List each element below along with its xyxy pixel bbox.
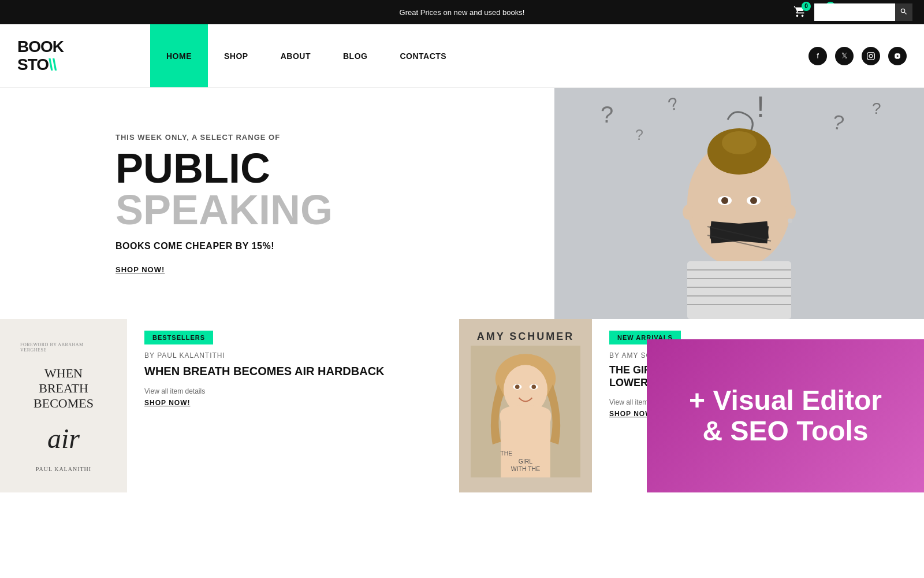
announcement-text: Great Prices on new and used books! <box>400 8 525 17</box>
nav-contacts[interactable]: CONTACTS <box>383 24 463 87</box>
svg-point-13 <box>721 197 728 204</box>
cart-badge: 0 <box>802 2 811 11</box>
hero-section: THIS WEEK ONLY, A SELECT RANGE OF PUBLIC… <box>0 88 924 319</box>
hero-title-line1: PUBLIC <box>116 147 333 189</box>
nav-blog[interactable]: BLOG <box>327 24 383 87</box>
svg-text:!: ! <box>757 91 765 123</box>
svg-text:?: ? <box>601 102 613 127</box>
svg-text:THE: THE <box>500 450 512 457</box>
svg-point-25 <box>683 205 694 220</box>
amy-name: AMY SCHUMER <box>459 331 592 343</box>
product1-view-link[interactable]: View all item details <box>144 387 442 395</box>
youtube-icon[interactable] <box>888 47 907 65</box>
logo-accent: \\ <box>49 55 57 73</box>
search-input[interactable] <box>814 3 895 21</box>
svg-text:WITH THE: WITH THE <box>511 466 540 472</box>
svg-point-10 <box>722 131 757 154</box>
amy-image-svg: THE GIRL WITH THE <box>471 342 580 481</box>
svg-text:?: ? <box>635 127 643 143</box>
svg-point-34 <box>531 384 536 389</box>
product1-shop-link[interactable]: SHOP NOW! <box>144 399 442 407</box>
hero-cta-link[interactable]: SHOP NOW! <box>116 265 165 274</box>
search-button[interactable] <box>895 3 912 21</box>
main-nav: HOME SHOP ABOUT BLOG CONTACTS <box>150 24 463 87</box>
twitter-icon[interactable]: 𝕏 <box>835 47 854 65</box>
logo[interactable]: BOOK STO\\ <box>17 38 64 74</box>
promo-text-area: + Visual Editor & SEO Tools <box>689 386 882 447</box>
svg-point-26 <box>784 205 796 220</box>
hero-text: THIS WEEK ONLY, A SELECT RANGE OF PUBLIC… <box>0 110 367 298</box>
logo-area: BOOK STO\\ <box>0 38 150 74</box>
logo-sto: STO <box>17 55 49 73</box>
hero-title-line2: SPEAKING <box>116 189 333 231</box>
search-area <box>814 3 912 21</box>
social-icons: f 𝕏 <box>808 47 924 65</box>
book-cover-when-breath: FOREWORD BY ABRAHAM VERGHESE WHEN BREATH… <box>12 331 116 481</box>
bestsellers-card: BESTSELLERS BY PAUL KALANTITHI WHEN BREA… <box>127 319 459 492</box>
product1-title: WHEN BREATH BECOMES AIR HARDBACK <box>144 364 442 378</box>
svg-point-33 <box>515 384 520 389</box>
svg-text:?: ? <box>872 99 881 117</box>
bestsellers-badge: BESTSELLERS <box>144 331 213 344</box>
facebook-icon[interactable]: f <box>808 47 827 65</box>
svg-text:GIRL: GIRL <box>519 458 533 465</box>
cart-icon[interactable]: 0 <box>793 5 806 20</box>
product1-author: BY PAUL KALANTITHI <box>144 351 442 360</box>
instagram-icon[interactable] <box>862 47 880 65</box>
hero-subtitle: THIS WEEK ONLY, A SELECT RANGE OF <box>116 133 333 142</box>
svg-point-27 <box>788 218 792 223</box>
products-section: FOREWORD BY ABRAHAM VERGHESE WHEN BREATH… <box>0 319 924 492</box>
hero-description: BOOKS COME CHEAPER BY 15%! <box>116 241 333 251</box>
logo-book: BOOK <box>17 38 64 55</box>
nav-about[interactable]: ABOUT <box>264 24 327 87</box>
amy-section: AMY SCHUMER THE GIRL WITH THE <box>459 319 592 492</box>
promo-line2: & SEO Tools <box>689 416 882 447</box>
nav-shop[interactable]: SHOP <box>208 24 264 87</box>
book-cover-area: FOREWORD BY ABRAHAM VERGHESE WHEN BREATH… <box>0 319 127 492</box>
promo-line1: + Visual Editor <box>689 386 882 416</box>
top-bar: Great Prices on new and used books! 0 0 <box>0 0 924 24</box>
promo-banner: + Visual Editor & SEO Tools <box>647 339 924 492</box>
hero-image-area: ? ? ! ? ? ? <box>554 88 924 319</box>
svg-point-14 <box>750 197 757 204</box>
nav-home[interactable]: HOME <box>150 24 208 87</box>
hero-image-svg: ? ? ! ? ? ? <box>554 88 924 319</box>
header: BOOK STO\\ HOME SHOP ABOUT BLOG CONTACTS… <box>0 24 924 88</box>
